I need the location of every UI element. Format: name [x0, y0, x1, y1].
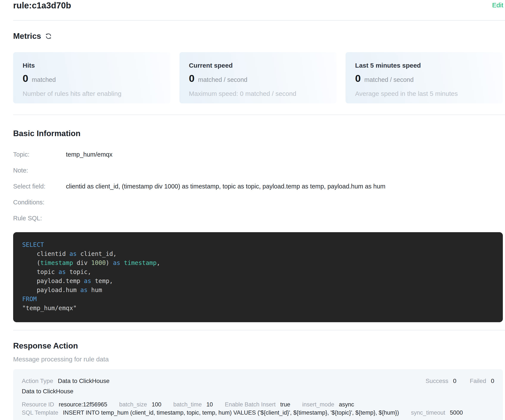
failed-label: Failed — [470, 378, 486, 384]
param-enable-batch-insert: Enable Batch Insert true — [225, 401, 292, 408]
failed-count: 0 — [491, 378, 494, 384]
metric-card-last-5-minutes-speed: Last 5 minutes speed 0 matched / second … — [346, 52, 503, 103]
param-value: 10 — [206, 401, 213, 408]
metric-description: Average speed in the last 5 minutes — [355, 90, 494, 98]
rule-detail-page: rule:c1a3d70b Edit Metrics Hits 0 matche… — [0, 0, 505, 420]
param-batch-time: batch_time 10 — [173, 401, 214, 408]
code-token: as — [69, 250, 77, 257]
param-batch-size: batch_size 100 — [119, 401, 163, 408]
code-token: FROM — [22, 295, 37, 303]
metric-value-row: 0 matched / second — [355, 73, 494, 86]
info-label: Rule SQL: — [13, 215, 66, 222]
metric-unit: matched / second — [198, 76, 247, 83]
param-insert-mode: insert_mode async — [302, 401, 354, 408]
divider — [13, 20, 505, 21]
code-token: as — [59, 268, 66, 276]
metric-value: 0 — [23, 73, 28, 84]
code-line: FROM — [22, 295, 494, 304]
code-token: payload.hum — [22, 287, 80, 294]
edit-link[interactable]: Edit — [492, 1, 503, 9]
info-value: temp_hum/emqx — [66, 151, 113, 158]
code-token: temp, — [91, 277, 113, 284]
info-row-conditions: Conditions: — [13, 194, 503, 210]
param-label: sync_timeout — [411, 409, 445, 416]
code-token: clientid — [22, 250, 69, 257]
code-token: timestamp — [124, 259, 157, 266]
metric-value: 0 — [355, 73, 361, 84]
basic-information-heading: Basic Information — [13, 129, 505, 138]
success-counter: Success 0 — [425, 377, 456, 385]
code-token — [120, 259, 124, 266]
code-token: client_id, — [77, 250, 117, 257]
action-card: Action Type Data to ClickHouse Success 0… — [13, 369, 503, 420]
param-label: Enable Batch Insert — [225, 401, 276, 408]
param-value: 5000 — [450, 409, 463, 416]
param-resource-id: Resource ID resource:12f56965 — [22, 401, 109, 408]
code-line: "temp_hum/emqx" — [22, 304, 494, 313]
info-label: Select field: — [13, 183, 66, 190]
param-value: 100 — [152, 401, 161, 408]
action-params-row: Resource ID resource:12f56965 batch_size… — [22, 401, 494, 408]
response-action-heading: Response Action — [13, 341, 505, 351]
code-token: SELECT — [22, 241, 44, 248]
metrics-heading: Metrics — [13, 31, 505, 41]
param-label: batch_size — [119, 401, 147, 408]
metric-unit: matched — [32, 76, 56, 83]
code-token: , — [157, 259, 160, 266]
info-label: Note: — [13, 167, 66, 174]
param-sql-template: SQL Template INSERT INTO temp_hum (clien… — [22, 409, 401, 416]
param-value: INSERT INTO temp_hum (client_id, timesta… — [63, 409, 399, 416]
code-token: timestamp — [40, 259, 73, 266]
code-token: 1000 — [91, 259, 106, 266]
action-params-row: SQL Template INSERT INTO temp_hum (clien… — [22, 409, 494, 416]
refresh-icon[interactable] — [44, 32, 52, 40]
param-value: resource:12f56965 — [59, 401, 107, 408]
param-value: true — [280, 401, 290, 408]
info-row-rule-sql: Rule SQL: — [13, 210, 503, 226]
code-line: topic as topic, — [22, 268, 494, 276]
metric-card-current-speed: Current speed 0 matched / second Maximum… — [179, 52, 337, 103]
code-line: payload.temp as temp, — [22, 276, 494, 286]
response-action-subtitle: Message processing for rule data — [13, 355, 503, 363]
info-label: Topic: — [13, 151, 66, 158]
action-counters: Success 0 Failed 0 — [425, 377, 494, 385]
code-token: as — [84, 277, 91, 284]
info-value: clientid as client_id, (timestamp div 10… — [66, 183, 385, 190]
code-token: hum — [88, 287, 102, 294]
divider — [13, 115, 505, 115]
failed-counter: Failed 0 — [470, 377, 494, 385]
param-label: batch_time — [173, 401, 202, 408]
action-type: Action Type Data to ClickHouse — [22, 377, 109, 385]
action-name: Data to ClickHouse — [22, 388, 494, 395]
metrics-heading-label: Metrics — [13, 31, 41, 41]
metric-card-title: Current speed — [189, 62, 328, 69]
code-token: "temp_hum/emqx" — [22, 305, 77, 312]
code-line: clientid as client_id, — [22, 249, 494, 258]
info-label: Conditions: — [13, 199, 66, 206]
param-label: Resource ID — [22, 401, 54, 408]
metric-cards-row: Hits 0 matched Number of rules hits afte… — [13, 52, 503, 103]
metric-description: Maximum speed: 0 matched / second — [189, 90, 328, 98]
code-token: div — [73, 259, 91, 266]
metric-unit: matched / second — [364, 76, 414, 83]
param-sync-timeout: sync_timeout 5000 — [411, 409, 463, 416]
basic-information-fields: Topic: temp_hum/emqx Note: Select field:… — [13, 146, 503, 226]
success-label: Success — [425, 378, 448, 384]
code-token: as — [80, 287, 88, 294]
code-line: payload.hum as hum — [22, 286, 494, 295]
metric-description: Number of rules hits after enabling — [23, 90, 162, 98]
code-token: as — [113, 259, 120, 266]
rule-sql-code: SELECT clientid as client_id, (timestamp… — [13, 232, 503, 322]
param-value: async — [339, 401, 354, 408]
page-title: rule:c1a3d70b — [13, 0, 71, 10]
code-token: ( — [22, 259, 40, 266]
code-token: payload.temp — [22, 277, 84, 284]
metric-card-title: Hits — [23, 62, 162, 69]
code-token: ) — [106, 259, 113, 266]
code-token: topic — [22, 268, 59, 276]
divider — [13, 330, 505, 330]
top-bar: rule:c1a3d70b Edit — [0, 0, 505, 20]
metric-card-title: Last 5 minutes speed — [355, 62, 494, 69]
metric-value-row: 0 matched / second — [189, 73, 328, 86]
action-card-header-row: Action Type Data to ClickHouse Success 0… — [22, 377, 494, 385]
